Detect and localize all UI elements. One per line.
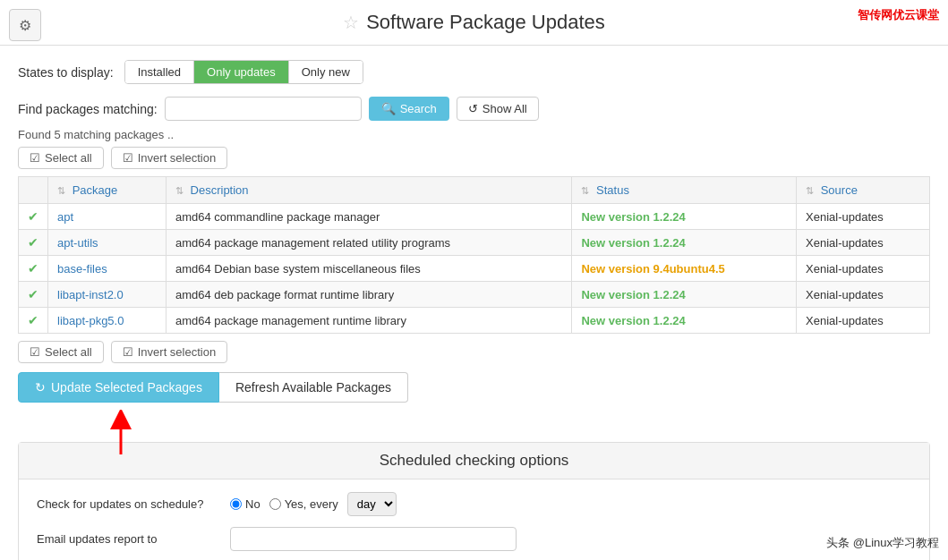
row-source: Xenial-updates [797, 308, 930, 334]
row-description: amd64 deb package format runtime library [166, 282, 571, 308]
row-description: amd64 commandline package manager [166, 204, 571, 230]
update-selected-button[interactable]: ↻ Update Selected Packages [18, 372, 219, 403]
refresh-update-icon: ↻ [35, 380, 46, 395]
search-button[interactable]: 🔍 Search [369, 97, 449, 121]
invert-selection-button-bottom[interactable]: ☑ Invert selection [111, 341, 227, 363]
check-icon: ✔ [28, 209, 38, 224]
row-package-name: libapt-inst2.0 [48, 282, 167, 308]
check-icon: ✔ [28, 261, 38, 276]
watermark-top: 智传网优云课堂 [858, 7, 939, 23]
refresh-packages-button[interactable]: Refresh Available Packages [219, 372, 408, 403]
search-button-label: Search [400, 102, 437, 115]
row-status: New version 9.4ubuntu4.5 [572, 256, 797, 282]
scheduled-title: Scheduled checking options [19, 443, 929, 479]
select-all-label-bottom: Select all [45, 345, 92, 359]
refresh-icon: ↺ [468, 102, 478, 115]
col-package-label: Package [73, 183, 118, 197]
row-package-name: base-files [48, 256, 167, 282]
check-schedule-label: Check for updates on schedule? [37, 497, 216, 511]
row-source: Xenial-updates [797, 256, 930, 282]
row-checkbox-cell[interactable]: ✔ [19, 230, 48, 256]
day-select[interactable]: day [347, 492, 397, 516]
table-row: ✔ apt amd64 commandline package manager … [19, 204, 930, 230]
row-source: Xenial-updates [797, 282, 930, 308]
row-package-name: libapt-pkg5.0 [48, 308, 167, 334]
row-description: amd64 Debian base system miscellaneous f… [166, 256, 571, 282]
col-checkbox [19, 177, 48, 204]
col-status[interactable]: ⇅ Status [572, 177, 797, 204]
bottom-watermark: 头条 @Linux学习教程 [826, 535, 939, 551]
state-only-updates-button[interactable]: Only updates [194, 61, 289, 83]
selection-btns-bottom: ☑ Select all ☑ Invert selection [18, 341, 930, 363]
selection-btns-top: ☑ Select all ☑ Invert selection [18, 147, 930, 169]
red-arrow-icon [107, 410, 134, 454]
table-row: ✔ base-files amd64 Debian base system mi… [19, 256, 930, 282]
state-only-new-button[interactable]: Only new [289, 61, 363, 83]
sort-icon-status: ⇅ [581, 185, 589, 196]
update-label: Update Selected Packages [51, 380, 202, 395]
col-status-label: Status [596, 183, 629, 197]
no-radio-label[interactable]: No [230, 497, 260, 511]
check-icon: ✔ [28, 313, 38, 327]
checkbox-icon-top: ☑ [30, 151, 40, 165]
yes-radio-label[interactable]: Yes, every [269, 497, 338, 511]
states-label: States to display: [18, 65, 114, 80]
invert-selection-button-top[interactable]: ☑ Invert selection [111, 147, 227, 169]
found-text: Found 5 matching packages .. [18, 128, 930, 141]
col-source-label: Source [821, 183, 858, 197]
arrow-section [18, 403, 930, 438]
row-description: amd64 package management related utility… [166, 230, 571, 256]
states-button-group: Installed Only updates Only new [124, 60, 363, 84]
row-source: Xenial-updates [797, 204, 930, 230]
row-checkbox-cell[interactable]: ✔ [19, 308, 48, 334]
row-checkbox-cell[interactable]: ✔ [19, 256, 48, 282]
table-row: ✔ libapt-pkg5.0 amd64 package management… [19, 308, 930, 334]
row-description: amd64 package management runtime library [166, 308, 571, 334]
refresh-packages-label: Refresh Available Packages [235, 380, 391, 395]
action-btns: ↻ Update Selected Packages Refresh Avail… [18, 372, 930, 403]
no-label: No [245, 497, 260, 511]
row-package-name: apt [48, 204, 167, 230]
find-row: Find packages matching: 🔍 Search ↺ Show … [18, 97, 930, 121]
show-all-button[interactable]: ↺ Show All [457, 97, 539, 121]
scheduled-section: Scheduled checking options Check for upd… [18, 442, 930, 560]
check-icon: ✔ [28, 287, 38, 301]
row-status: New version 1.2.24 [572, 204, 797, 230]
search-icon: 🔍 [381, 102, 396, 115]
email-row: Email updates report to [37, 527, 911, 551]
select-all-button-bottom[interactable]: ☑ Select all [18, 341, 104, 363]
row-status: New version 1.2.24 [572, 308, 797, 334]
sort-icon-package: ⇅ [57, 185, 65, 196]
row-source: Xenial-updates [797, 230, 930, 256]
page-title: Software Package Updates [366, 11, 605, 34]
select-all-button-top[interactable]: ☑ Select all [18, 147, 104, 169]
row-status: New version 1.2.24 [572, 282, 797, 308]
check-icon: ✔ [28, 235, 38, 250]
no-radio[interactable] [230, 498, 242, 510]
star-icon: ☆ [343, 12, 359, 33]
gear-icon: ⚙ [19, 17, 31, 34]
col-description-label: Description [191, 183, 249, 197]
invert-icon-bottom: ☑ [123, 345, 133, 359]
sort-icon-description: ⇅ [175, 185, 184, 196]
row-checkbox-cell[interactable]: ✔ [19, 204, 48, 230]
email-input[interactable] [230, 527, 517, 551]
table-row: ✔ apt-utils amd64 package management rel… [19, 230, 930, 256]
row-checkbox-cell[interactable]: ✔ [19, 282, 48, 308]
show-all-label: Show All [483, 102, 527, 115]
sort-icon-source: ⇅ [806, 185, 814, 196]
email-label: Email updates report to [37, 532, 216, 546]
packages-table: ⇅ Package ⇅ Description ⇅ Status ⇅ Sourc… [18, 176, 930, 334]
invert-icon-top: ☑ [123, 151, 133, 165]
gear-button[interactable]: ⚙ [9, 9, 41, 41]
select-all-label-top: Select all [45, 151, 92, 165]
col-description[interactable]: ⇅ Description [166, 177, 571, 204]
search-input[interactable] [165, 97, 362, 121]
schedule-radio-group: No Yes, every day [230, 492, 397, 516]
col-source[interactable]: ⇅ Source [797, 177, 930, 204]
states-row: States to display: Installed Only update… [18, 60, 930, 84]
yes-radio[interactable] [269, 498, 281, 510]
yes-label: Yes, every [285, 497, 338, 511]
col-package[interactable]: ⇅ Package [48, 177, 167, 204]
state-installed-button[interactable]: Installed [125, 61, 194, 83]
